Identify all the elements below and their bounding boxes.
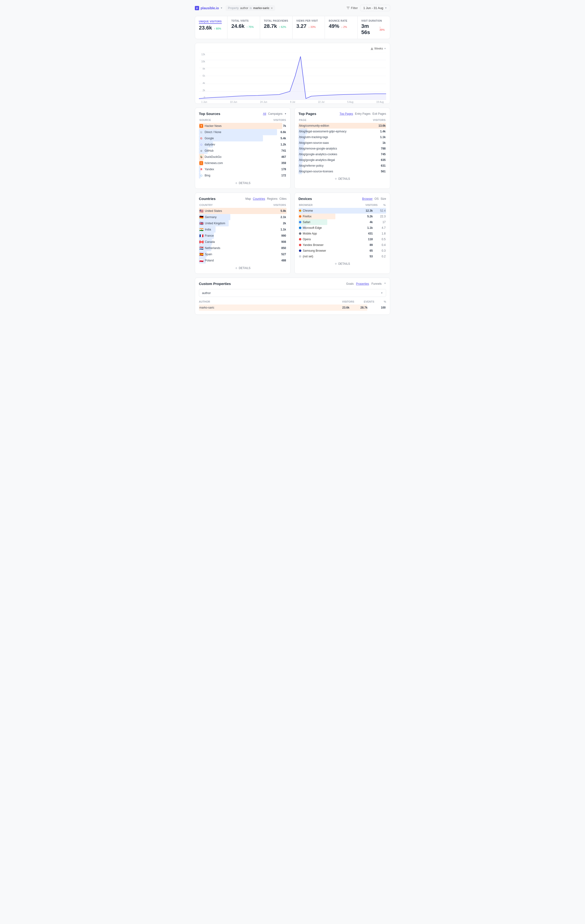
expand-icon: [334, 177, 337, 180]
browser-name: Samsung Browser: [303, 249, 326, 252]
stat-unique-visitors[interactable]: Unique Visitors 23.6k ↑ 80%: [195, 16, 228, 39]
filter-button[interactable]: Filter: [347, 6, 358, 10]
tab-top-pages[interactable]: Top Pages: [340, 112, 353, 116]
stat-bounce-rate[interactable]: Bounce Rate 49% ↓ 2%: [325, 16, 357, 39]
weeks-selector[interactable]: Weeks ▼: [370, 47, 386, 50]
tab-funnels[interactable]: Funnels: [371, 282, 382, 285]
tab-browser[interactable]: Browser: [362, 197, 372, 200]
stat-visit-duration[interactable]: Visit Duration 3m 56s ↓ 39%: [357, 16, 390, 39]
col-author-header: author: [199, 300, 210, 303]
list-item[interactable]: 🇺🇸United States 5.9k: [199, 208, 286, 214]
logo-chevron[interactable]: ▼: [220, 7, 223, 9]
list-item[interactable]: 🇮🇳India 1.1k: [199, 226, 286, 233]
list-item[interactable]: 🇫🇷France 990: [199, 233, 286, 239]
country-visitors: 1.1k: [281, 228, 286, 231]
list-item[interactable]: /blog/open-source-saas 1k: [299, 140, 386, 146]
github-icon: ⊙: [199, 149, 203, 153]
author-select[interactable]: author ▼: [199, 289, 386, 297]
list-item[interactable]: Y Hacker News 7k: [199, 123, 286, 129]
safari-icon: [299, 221, 301, 223]
list-item[interactable]: /blog/google-analytics-illegal 635: [299, 157, 386, 163]
list-item[interactable]: /blog/open-source-licenses 561: [299, 168, 386, 174]
flag-us: 🇺🇸: [199, 209, 203, 213]
page-visitors: 635: [381, 158, 386, 162]
x-label-24jun: 24 Jun: [260, 101, 267, 103]
stat-views-per-visit[interactable]: Views Per Visit 3.27 ↓ 33%: [292, 16, 325, 39]
country-visitors: 5.9k: [281, 209, 286, 213]
list-item[interactable]: marko-saric 23.6k 28.7k 100: [199, 305, 386, 311]
source-name: Bing: [205, 174, 210, 177]
author-pct: 100: [377, 306, 386, 309]
list-item[interactable]: Microsoft Edge 1.1k 4.7: [299, 225, 386, 231]
logo[interactable]: p plausible.io ▼: [195, 6, 223, 10]
details-label: DETAILS: [338, 177, 350, 180]
date-range-picker[interactable]: 1 Jun - 31 Aug ▼: [360, 5, 390, 11]
flag-pl: 🇵🇱: [199, 259, 203, 262]
list-item[interactable]: ⬡ Bing 172: [199, 172, 286, 178]
list-item[interactable]: ⬡ dailydev 1.2k: [199, 142, 286, 148]
list-item[interactable]: /blog/referrer-policy 631: [299, 163, 386, 168]
tab-properties[interactable]: Properties: [356, 282, 369, 285]
top-sources-title: Top Sources: [199, 112, 220, 116]
filter-remove[interactable]: ×: [271, 6, 273, 10]
list-item[interactable]: 🇩🇪Germany 2.1k: [199, 214, 286, 220]
list-item[interactable]: /blog/legal-assessment-gdpr-eprivacy 1.4…: [299, 129, 386, 134]
list-item[interactable]: 🇨🇦Canada 908: [199, 239, 286, 245]
list-item[interactable]: 🇵🇱Poland 488: [199, 257, 286, 264]
top-sources-tab-campaigns[interactable]: Campaigns: [268, 112, 283, 116]
logo-text: plausible.io: [200, 6, 219, 10]
top-sources-tab-all[interactable]: All: [263, 112, 266, 116]
tab-goals[interactable]: Goals: [346, 282, 354, 285]
list-item[interactable]: Safari 4k 17: [299, 219, 386, 225]
browser-name: (not set): [303, 255, 313, 258]
list-item[interactable]: G Google 5.4k: [199, 135, 286, 142]
tab-map[interactable]: Map: [245, 197, 251, 200]
top-pages-details[interactable]: DETAILS: [299, 177, 386, 180]
list-item[interactable]: /blog/google-analytics-cookies 745: [299, 152, 386, 157]
list-item[interactable]: /blog/community-edition 13.6k: [299, 123, 386, 129]
stat-total-visits[interactable]: Total Visits 24.6k ↑ 75%: [228, 16, 260, 39]
stats-row: Unique Visitors 23.6k ↑ 80% Total Visits…: [195, 16, 390, 39]
list-item[interactable]: 🇪🇸Spain 527: [199, 251, 286, 257]
countries-details[interactable]: DETAILS: [199, 266, 286, 270]
x-label-1jun: 1 Jun: [201, 101, 207, 103]
col-visitors: Visitors: [365, 203, 378, 206]
stat-total-pageviews[interactable]: Total Pageviews 28.7k ↑ 62%: [260, 16, 292, 39]
list-item[interactable]: 🇳🇱Netherlands 850: [199, 245, 286, 251]
list-item[interactable]: Я Yandex 178: [199, 166, 286, 172]
top-sources-details[interactable]: DETAILS: [199, 182, 286, 185]
list-item[interactable]: Firefox 5.2k 22.3: [299, 214, 386, 219]
list-item[interactable]: (not set) 53 0.2: [299, 254, 386, 259]
list-item[interactable]: Yandex Browser 89 0.4: [299, 242, 386, 248]
list-item[interactable]: ⛓ Direct / None 6.6k: [199, 129, 286, 135]
tab-regions[interactable]: Regions: [267, 197, 278, 200]
list-item[interactable]: Mobile App 431 1.8: [299, 231, 386, 236]
tab-cities[interactable]: Cities: [279, 197, 286, 200]
details-label: DETAILS: [239, 266, 250, 270]
source-name: DuckDuckGo: [205, 155, 221, 158]
tab-countries[interactable]: Countries: [253, 197, 265, 200]
weeks-chevron: ▼: [384, 47, 386, 50]
dailydev-icon: ⬡: [199, 143, 203, 147]
tab-size[interactable]: Size: [381, 197, 386, 200]
list-item[interactable]: Opera 118 0.5: [299, 236, 386, 242]
col-visitors: Visitors: [273, 203, 286, 206]
page-name: /blog/open-source-licenses: [299, 170, 333, 173]
yandex-browser-icon: [299, 244, 301, 246]
devices-details[interactable]: DETAILS: [299, 262, 386, 266]
source-name: GitHub: [205, 149, 213, 152]
tab-exit-pages[interactable]: Exit Pages: [372, 112, 386, 116]
list-item[interactable]: /blog/utm-tracking-tags 1.1k: [299, 134, 386, 140]
list-item[interactable]: Chrome 12.3k 52.4: [299, 208, 386, 214]
country-visitors: 488: [281, 259, 286, 262]
country-name: Poland: [205, 259, 214, 262]
tab-os[interactable]: OS: [374, 197, 378, 200]
list-item[interactable]: H hckrnews.com 359: [199, 160, 286, 166]
col-pct-header: %: [384, 300, 386, 303]
list-item[interactable]: Samsung Browser 65 0.3: [299, 248, 386, 254]
list-item[interactable]: ⊙ GitHub 741: [199, 148, 286, 154]
list-item[interactable]: /blog/remove-google-analytics 788: [299, 146, 386, 152]
tab-entry-pages[interactable]: Entry Pages: [355, 112, 370, 116]
list-item[interactable]: 🇬🇧United Kingdom 2k: [199, 220, 286, 226]
list-item[interactable]: 🦆 DuckDuckGo 467: [199, 154, 286, 160]
